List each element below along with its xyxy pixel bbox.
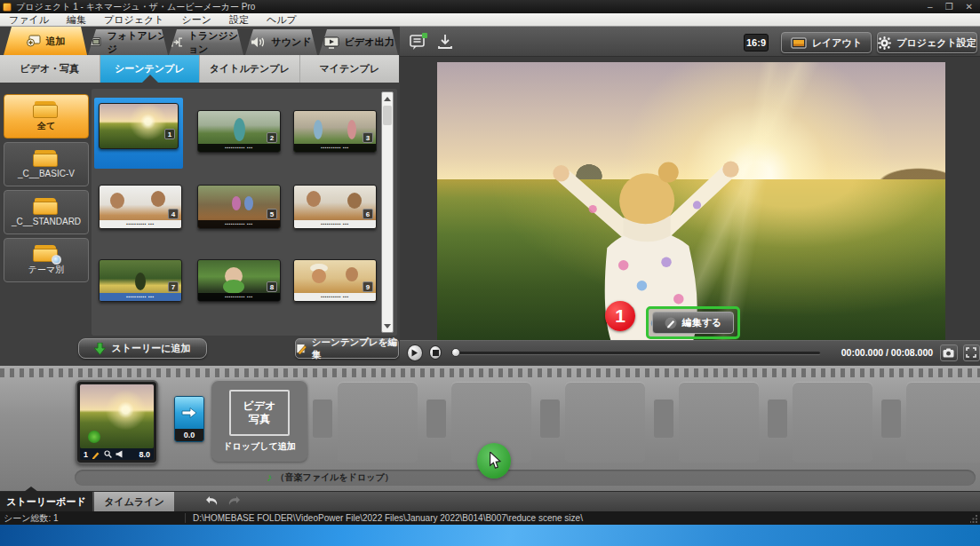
add-icon: [26, 35, 41, 47]
audio-track[interactable]: [75, 470, 976, 486]
resize-grip-icon[interactable]: [970, 515, 978, 523]
template-thumb-3[interactable]: 3 ▪▪▪▪▪▪▪▪▪▪ ▪▪▪: [293, 110, 377, 153]
app-window: プロジェクト 1 - キネマージュ・ザ・ムービーメーカー Pro – ❐ ✕ フ…: [0, 0, 980, 546]
play-button[interactable]: [407, 344, 423, 361]
template-category-tabs: ビデオ・写真 シーンテンプレ タイトルテンプレ マイテンプレ: [0, 55, 399, 83]
tab-photo-arrange[interactable]: フォトアレンジ: [88, 29, 168, 55]
menu-file[interactable]: ファイル: [0, 13, 58, 27]
download-icon[interactable]: [437, 34, 453, 50]
folder-standard[interactable]: _C__STANDARD: [4, 190, 89, 234]
scrollbar-thumb[interactable]: [383, 106, 392, 125]
template-thumb-1-selected[interactable]: 1: [99, 103, 179, 149]
storyboard-empty-slot[interactable]: [906, 382, 980, 463]
photo-arrange-icon: [88, 36, 102, 48]
transition-slot[interactable]: [313, 399, 332, 438]
transition-slot[interactable]: [540, 399, 560, 438]
scroll-down-icon[interactable]: [382, 320, 393, 331]
folder-icon: [33, 198, 60, 216]
storyboard-empty-slot[interactable]: [679, 382, 759, 463]
layout-image-icon: [791, 37, 807, 49]
cursor-highlight: [477, 443, 511, 479]
minimize-button[interactable]: –: [928, 2, 933, 12]
fullscreen-icon: [966, 347, 976, 358]
storyboard-empty-slot[interactable]: [338, 382, 418, 463]
template-thumb-8[interactable]: 8 ▪▪▪▪▪▪▪▪▪▪ ▪▪▪: [197, 259, 281, 302]
menu-help[interactable]: ヘルプ: [258, 13, 306, 27]
scroll-up-icon[interactable]: [382, 93, 393, 104]
dropzone-box: ビデオ 写真: [229, 390, 290, 436]
menu-scene[interactable]: シーン: [173, 13, 221, 27]
dropzone-hint: ドロップして追加: [223, 440, 295, 453]
tab-storyboard-view[interactable]: ストーリーボード: [0, 492, 92, 512]
folder-basic-v[interactable]: _C__BASIC-V: [4, 142, 89, 186]
comment-note-icon[interactable]: [409, 32, 428, 51]
clip-number: 1: [84, 450, 88, 459]
layout-button[interactable]: レイアウト: [781, 32, 872, 53]
zoom-icon[interactable]: [104, 450, 112, 458]
template-thumb-7[interactable]: 7 ▪▪▪▪▪▪▪▪▪▪ ▪▪▪: [99, 259, 182, 302]
clip-info-bar: 1 8.0: [80, 448, 154, 460]
tab-timeline-view[interactable]: タイムライン: [94, 492, 174, 512]
desktop-background: [0, 525, 980, 546]
transition-duration: 0.0: [175, 429, 203, 442]
preview-toolbar: 16:9 レイアウト プロジェクト設定: [400, 27, 980, 57]
restore-button[interactable]: ❐: [945, 2, 953, 12]
folder-all[interactable]: 全て: [4, 94, 89, 138]
stop-icon: [433, 350, 439, 356]
menu-bar: ファイル 編集 プロジェクト シーン 設定 ヘルプ: [0, 13, 980, 27]
media-dropzone[interactable]: ビデオ 写真 ドロップして追加: [211, 380, 307, 462]
folder-icon: [33, 150, 60, 168]
time-display: 00:00.000 / 00:08.000: [829, 347, 934, 358]
tab-sound[interactable]: サウンド: [245, 29, 317, 55]
subtab-video-photo[interactable]: ビデオ・写真: [0, 55, 100, 83]
project-settings-button[interactable]: プロジェクト設定: [877, 32, 977, 53]
add-to-story-button[interactable]: ストーリーに追加: [78, 338, 207, 359]
music-note-icon: ♪: [267, 471, 273, 484]
edit-scene-template-button[interactable]: シーンテンプレを編集: [295, 338, 399, 359]
folder-by-theme[interactable]: テーマ別: [4, 238, 89, 282]
close-button[interactable]: ✕: [966, 2, 973, 12]
tab-video-output[interactable]: ビデオ出力: [319, 29, 398, 55]
gear-icon: [878, 36, 891, 50]
audio-mute-icon[interactable]: [116, 450, 123, 458]
menu-edit[interactable]: 編集: [58, 13, 95, 27]
menu-settings[interactable]: 設定: [220, 13, 258, 27]
storyboard-clip-1[interactable]: 1 8.0: [76, 380, 158, 464]
edit-scene-button[interactable]: 編集する: [652, 312, 734, 334]
aspect-ratio-badge: 16:9: [744, 34, 769, 51]
play-icon: [410, 349, 418, 357]
menu-project[interactable]: プロジェクト: [95, 13, 173, 27]
template-thumb-9[interactable]: 9 ▪▪▪▪▪▪▪▪▪▪ ▪▪▪: [293, 259, 377, 302]
edit-pencil-icon[interactable]: [92, 450, 100, 459]
tab-add[interactable]: 追加: [4, 27, 87, 55]
template-grid-scrollbar[interactable]: [381, 91, 394, 333]
folder-icon: [33, 101, 60, 119]
storyboard-empty-slot[interactable]: [793, 382, 872, 463]
undo-icon[interactable]: [204, 495, 220, 508]
storyboard-empty-slot[interactable]: [565, 382, 645, 463]
seek-slider[interactable]: [452, 352, 819, 354]
transition-slot[interactable]: [768, 399, 787, 438]
subtab-my-template[interactable]: マイテンプレ: [300, 55, 400, 83]
transition-block[interactable]: 0.0: [174, 396, 204, 442]
project-path: D:\HOMEBASE FOLDER\VideoPower File\2022 …: [185, 513, 583, 523]
template-thumb-2[interactable]: 2 ▪▪▪▪▪▪▪▪▪▪ ▪▪▪: [197, 110, 281, 153]
template-thumb-4[interactable]: 4 ▪▪▪▪▪▪▪▪▪▪ ▪▪▪: [99, 185, 182, 229]
preview-video-frame: 編集する 1: [437, 62, 945, 341]
stop-button[interactable]: [429, 345, 442, 360]
redo-icon[interactable]: [226, 495, 242, 508]
seek-handle[interactable]: [451, 348, 460, 357]
subtab-title-template[interactable]: タイトルテンプレ: [200, 55, 300, 83]
transition-arrow-box: [175, 397, 203, 429]
playback-controls: 00:00.000 / 00:08.000: [400, 340, 980, 364]
title-bar: プロジェクト 1 - キネマージュ・ザ・ムービーメーカー Pro – ❐ ✕: [0, 0, 980, 13]
transition-slot[interactable]: [881, 399, 901, 438]
fullscreen-button[interactable]: [963, 344, 980, 361]
folder-search-icon: [33, 245, 60, 263]
tab-transition[interactable]: トランジション: [169, 29, 243, 55]
template-thumb-5[interactable]: 5 ▪▪▪▪▪▪▪▪▪▪ ▪▪▪: [197, 185, 281, 229]
transition-slot[interactable]: [426, 399, 446, 438]
transition-slot[interactable]: [654, 399, 673, 438]
template-thumb-6[interactable]: 6 ▪▪▪▪▪▪▪▪▪▪ ▪▪▪: [293, 185, 377, 229]
snapshot-button[interactable]: [940, 344, 957, 361]
